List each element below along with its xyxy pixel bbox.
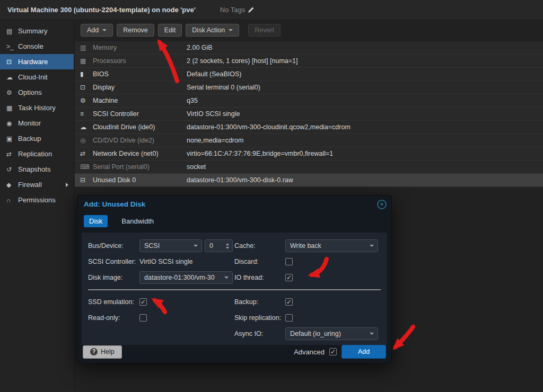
sidebar-item-options[interactable]: ⚙Options xyxy=(0,85,74,100)
ssd-emulation-label: SSD emulation: xyxy=(88,298,139,306)
task-history-icon: ▦ xyxy=(6,104,18,112)
add-submit-button[interactable]: Add xyxy=(341,345,386,359)
disk-action-button-label: Disk Action xyxy=(192,26,225,34)
cache-select[interactable]: Write back xyxy=(285,239,378,252)
hw-row-memory[interactable]: ▥Memory2.00 GiB xyxy=(75,41,543,55)
add-button-label: Add xyxy=(87,26,99,34)
help-button-label: Help xyxy=(101,348,115,355)
sidebar-item-snapshots[interactable]: ↺Snapshots xyxy=(0,162,74,177)
io-thread-checkbox[interactable]: ✓ xyxy=(285,274,293,281)
edit-tags-pencil-icon[interactable] xyxy=(248,6,255,13)
discard-checkbox[interactable] xyxy=(285,258,293,265)
tab-disk[interactable]: Disk xyxy=(84,215,108,227)
dialog-footer: ? Help Advanced ✓ Add xyxy=(77,341,391,363)
hw-row-machine[interactable]: ⚙Machineq35 xyxy=(75,94,543,108)
sidebar-item-summary[interactable]: ▤Summary xyxy=(0,23,74,39)
edit-button-label: Edit xyxy=(164,26,176,34)
hw-row-value: datastore-01:300/vm-300-cloudinit.qcow2,… xyxy=(187,123,351,131)
async-io-select[interactable]: Default (io_uring) xyxy=(285,327,378,340)
sidebar-item-label: Cloud-Init xyxy=(18,73,48,81)
sidebar-item-label: Snapshots xyxy=(18,165,50,173)
dialog-header[interactable]: Add: Unused Disk × xyxy=(77,195,391,212)
dialog-form: Bus/Device: SCSI 0 Cache: Write back xyxy=(82,233,387,345)
hw-row-cloudinit-drive[interactable]: ☁CloudInit Drive (ide0)datastore-01:300/… xyxy=(75,121,543,134)
chevron-down-icon xyxy=(194,245,198,247)
permissions-icon: ∩ xyxy=(6,197,18,204)
hw-row-label: Network Device (net0) xyxy=(93,150,187,157)
hw-row-bios[interactable]: ▮BIOSDefault (SeaBIOS) xyxy=(75,68,543,81)
discard-label: Discard: xyxy=(234,258,285,265)
disk-action-button[interactable]: Disk Action xyxy=(186,24,239,37)
skip-replication-checkbox[interactable] xyxy=(285,314,293,322)
hw-row-value: Default (SeaBIOS) xyxy=(187,70,242,78)
sidebar-item-replication[interactable]: ⇄Replication xyxy=(0,146,74,162)
read-only-checkbox[interactable] xyxy=(139,314,147,322)
sidebar-item-label: Hardware xyxy=(18,58,48,66)
hw-row-network-device[interactable]: ⇄Network Device (net0)virtio=66:1C:A7:37… xyxy=(75,147,543,161)
sidebar-item-firewall[interactable]: ◆Firewall xyxy=(0,177,74,192)
add-button[interactable]: Add xyxy=(81,24,113,37)
hw-row-label: Processors xyxy=(93,57,187,65)
async-io-select-value: Default (io_uring) xyxy=(290,330,341,337)
sidebar-item-label: Console xyxy=(18,42,43,50)
vm-header-bar: Virtual Machine 300 (ubuntu-2204-templat… xyxy=(0,0,543,20)
sidebar-item-permissions[interactable]: ∩Permissions xyxy=(0,192,74,208)
scsi-controller-icon: ≡ xyxy=(80,110,93,118)
proxmox-vm-hardware-page: Virtual Machine 300 (ubuntu-2204-templat… xyxy=(0,0,543,392)
sidebar-item-hardware[interactable]: ⊡Hardware xyxy=(0,54,74,69)
backup-label: Backup: xyxy=(234,298,285,306)
question-icon: ? xyxy=(90,348,98,355)
machine-icon: ⚙ xyxy=(80,97,93,104)
bios-icon: ▮ xyxy=(80,70,93,78)
bus-device-label: Bus/Device: xyxy=(88,242,139,250)
hw-row-display[interactable]: ⊡DisplaySerial terminal 0 (serial0) xyxy=(75,81,543,94)
cloudinit-drive-icon: ☁ xyxy=(80,123,93,131)
memory-icon: ▥ xyxy=(80,44,93,51)
hw-row-value: 2 (2 sockets, 1 cores) [host] [numa=1] xyxy=(187,57,297,65)
advanced-checkbox[interactable]: ✓ xyxy=(329,348,337,355)
close-icon[interactable]: × xyxy=(377,200,387,209)
sidebar-item-backup[interactable]: ▣Backup xyxy=(0,131,74,146)
unused-disk-0-icon: ⊟ xyxy=(80,176,93,184)
sidebar-item-task-history[interactable]: ▦Task History xyxy=(0,100,74,115)
device-number-value: 0 xyxy=(209,242,213,250)
sidebar-item-label: Monitor xyxy=(18,119,41,127)
hw-row-scsi-controller[interactable]: ≡SCSI ControllerVirtIO SCSI single xyxy=(75,108,543,121)
snapshots-icon: ↺ xyxy=(6,166,18,173)
hw-row-processors[interactable]: ▩Processors2 (2 sockets, 1 cores) [host]… xyxy=(75,55,543,68)
hw-row-cd-dvd-drive[interactable]: ◎CD/DVD Drive (ide2)none,media=cdrom xyxy=(75,134,543,147)
chevron-down-icon xyxy=(370,333,374,335)
hw-row-unused-disk-0[interactable]: ⊟Unused Disk 0datastore-01:300/vm-300-di… xyxy=(75,174,543,187)
sidebar-item-label: Backup xyxy=(18,135,41,142)
sidebar-item-label: Task History xyxy=(18,104,56,112)
sidebar-item-monitor[interactable]: ◉Monitor xyxy=(0,115,74,131)
serial-port-icon: ⌨ xyxy=(80,163,93,171)
stepper-arrows-icon[interactable] xyxy=(226,243,229,249)
disk-image-select[interactable]: datastore-01:300/vm-30 xyxy=(139,271,233,284)
tags-area[interactable]: No Tags xyxy=(220,6,255,14)
remove-button[interactable]: Remove xyxy=(117,24,154,37)
backup-checkbox[interactable]: ✓ xyxy=(285,298,293,306)
arrow-to-add-button xyxy=(396,327,413,347)
device-number-stepper[interactable]: 0 xyxy=(205,239,233,252)
remove-button-label: Remove xyxy=(123,26,148,34)
firewall-icon: ◆ xyxy=(6,181,18,189)
hw-row-value: 2.00 GiB xyxy=(187,44,213,51)
sidebar-item-console[interactable]: >_Console xyxy=(0,39,74,54)
hw-row-value: none,media=cdrom xyxy=(187,137,243,144)
dialog-title: Add: Unused Disk xyxy=(84,200,145,208)
tab-bandwidth[interactable]: Bandwidth xyxy=(116,215,159,227)
hw-row-label: Machine xyxy=(93,97,187,104)
add-unused-disk-dialog: Add: Unused Disk × Disk Bandwidth Bus/De… xyxy=(77,195,392,363)
hw-row-label: Memory xyxy=(93,44,187,51)
hw-row-serial-port[interactable]: ⌨Serial Port (serial0)socket xyxy=(75,161,543,174)
bus-select[interactable]: SCSI xyxy=(139,239,202,252)
ssd-emulation-checkbox[interactable]: ✓ xyxy=(139,298,147,306)
cloud-init-icon: ☁ xyxy=(6,74,18,81)
sidebar-item-cloud-init[interactable]: ☁Cloud-Init xyxy=(0,69,74,85)
help-button[interactable]: ? Help xyxy=(83,345,122,359)
options-icon: ⚙ xyxy=(6,89,18,96)
hw-row-value: q35 xyxy=(187,97,198,104)
chevron-down-icon xyxy=(229,29,233,31)
edit-button[interactable]: Edit xyxy=(158,24,182,37)
